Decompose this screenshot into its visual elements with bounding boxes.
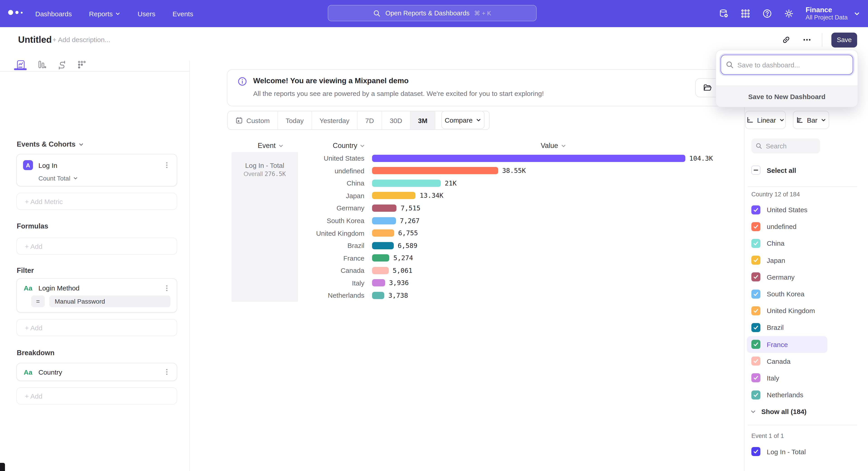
add-metric-button[interactable]: + Add Metric xyxy=(16,193,177,210)
chevron-down-icon xyxy=(278,143,283,148)
tab-retention[interactable] xyxy=(76,60,87,69)
legend-item[interactable]: Germany xyxy=(747,269,827,286)
country-checkbox[interactable] xyxy=(751,256,761,265)
nav-item-users[interactable]: Users xyxy=(138,10,155,18)
linear-label: Linear xyxy=(757,116,776,124)
bar[interactable] xyxy=(372,217,396,224)
legend-item[interactable]: Italy xyxy=(747,370,827,386)
legend-item[interactable]: United Kingdom xyxy=(747,302,827,319)
add-breakdown-button[interactable]: + Add xyxy=(16,387,177,405)
filter-value-chip[interactable]: Manual Password xyxy=(49,295,170,307)
range-30d[interactable]: 30D xyxy=(381,111,410,129)
save-to-dashboard-input[interactable] xyxy=(721,55,853,75)
event-checkbox[interactable] xyxy=(751,447,761,456)
legend-item-label: Brazil xyxy=(767,324,784,331)
metric-kebab-icon[interactable] xyxy=(163,161,170,169)
select-all-checkbox[interactable] xyxy=(751,166,761,175)
metric-card-log-in[interactable]: A Log In Count Total xyxy=(16,154,177,186)
bar[interactable] xyxy=(372,267,389,274)
show-all-button[interactable]: Show all (184) xyxy=(750,408,807,415)
legend-item[interactable]: Netherlands xyxy=(747,386,827,403)
legend-item[interactable]: Japan xyxy=(747,252,827,268)
column-header-value[interactable]: Value xyxy=(541,141,566,150)
project-switcher[interactable]: Finance All Project Data xyxy=(806,6,860,21)
copy-link-icon[interactable] xyxy=(780,34,792,46)
country-checkbox[interactable] xyxy=(751,239,761,248)
country-checkbox[interactable] xyxy=(751,340,761,349)
range-label: Custom xyxy=(246,117,270,124)
range-7d[interactable]: 7D xyxy=(357,111,381,129)
report-title[interactable]: Untitled xyxy=(18,35,52,45)
bar[interactable] xyxy=(372,242,394,249)
settings-gear-icon[interactable] xyxy=(784,8,794,19)
filter-card-login-method[interactable]: Aa Login Method = Manual Password xyxy=(16,278,177,313)
legend-item[interactable]: South Korea xyxy=(747,286,827,302)
country-checkbox[interactable] xyxy=(751,273,761,282)
breakdown-kebab-icon[interactable] xyxy=(163,368,170,376)
bar[interactable] xyxy=(372,155,685,162)
breakdown-section-label: Breakdown xyxy=(17,349,55,357)
select-all-row[interactable]: Select all xyxy=(751,166,796,175)
country-checkbox[interactable] xyxy=(751,222,761,231)
country-checkbox[interactable] xyxy=(751,306,761,315)
range-today[interactable]: Today xyxy=(277,111,311,129)
bar[interactable] xyxy=(372,180,441,187)
tab-funnels[interactable] xyxy=(36,60,47,69)
range-yesterday[interactable]: Yesterday xyxy=(311,111,357,129)
save-to-new-dashboard-button[interactable]: Save to New Dashboard xyxy=(716,86,858,107)
bar[interactable] xyxy=(372,292,384,299)
country-checkbox[interactable] xyxy=(751,390,761,399)
linear-scale-button[interactable]: Linear xyxy=(745,111,786,129)
aggregation-selector[interactable]: Count Total xyxy=(38,175,170,182)
legend-item[interactable]: Brazil xyxy=(747,319,827,336)
bar[interactable] xyxy=(372,192,416,199)
bar[interactable] xyxy=(372,254,389,262)
range-custom[interactable]: Custom xyxy=(228,111,277,129)
bar[interactable] xyxy=(372,229,394,237)
breakdown-card-country[interactable]: Aa Country xyxy=(16,363,177,381)
tab-flows[interactable] xyxy=(57,60,67,69)
column-header-country[interactable]: Country xyxy=(333,141,365,150)
mixpanel-logo-icon[interactable] xyxy=(8,10,23,15)
nav-item-reports[interactable]: Reports xyxy=(89,10,121,18)
column-header-event[interactable]: Event xyxy=(258,141,283,150)
country-checkbox[interactable] xyxy=(751,357,761,366)
chart-type-bar-button[interactable]: Bar xyxy=(793,111,829,129)
add-description-field[interactable]: + Add description... xyxy=(53,36,110,43)
legend-item[interactable]: China xyxy=(747,235,827,252)
bar[interactable] xyxy=(372,279,385,286)
legend-event-label: Log In - Total xyxy=(767,448,806,455)
nav-item-dashboards[interactable]: Dashboards xyxy=(35,10,72,18)
country-checkbox[interactable] xyxy=(751,289,761,298)
legend-item[interactable]: Canada xyxy=(747,353,827,370)
events-cohorts-section-label[interactable]: Events & Cohorts xyxy=(17,140,84,148)
legend-item[interactable]: United States xyxy=(747,201,827,218)
country-checkbox[interactable] xyxy=(751,205,761,214)
bar-value-label: 7,267 xyxy=(400,217,420,224)
legend-event-item[interactable]: Log In - Total xyxy=(751,447,806,456)
legend-item[interactable]: undefined xyxy=(747,218,827,235)
bar[interactable] xyxy=(372,205,397,212)
bar-track: 6,755 xyxy=(372,229,713,237)
add-filter-button[interactable]: + Add xyxy=(16,319,177,336)
save-button[interactable]: Save xyxy=(831,32,857,47)
apps-grid-icon[interactable] xyxy=(741,8,750,19)
nav-item-events[interactable]: Events xyxy=(173,10,193,18)
more-options-icon[interactable] xyxy=(801,34,813,46)
compare-button[interactable]: Compare xyxy=(441,111,485,129)
country-checkbox[interactable] xyxy=(751,374,761,383)
bar-track: 7,267 xyxy=(372,217,713,224)
filter-operator-chip[interactable]: = xyxy=(31,295,45,307)
country-checkbox[interactable] xyxy=(751,323,761,332)
help-icon[interactable] xyxy=(762,8,772,19)
legend-item[interactable]: France xyxy=(747,336,827,353)
bar-value-label: 6,755 xyxy=(398,229,418,237)
range-3m[interactable]: 3M xyxy=(410,111,435,129)
bar[interactable] xyxy=(372,167,498,174)
data-management-icon[interactable] xyxy=(719,8,729,19)
tab-insights[interactable] xyxy=(16,60,26,69)
bar-track: 13.34K xyxy=(372,192,713,199)
filter-kebab-icon[interactable] xyxy=(163,284,170,292)
global-search-button[interactable]: Open Reports & Dashboards ⌘ + K xyxy=(328,5,537,21)
add-formula-button[interactable]: + Add xyxy=(16,238,177,255)
